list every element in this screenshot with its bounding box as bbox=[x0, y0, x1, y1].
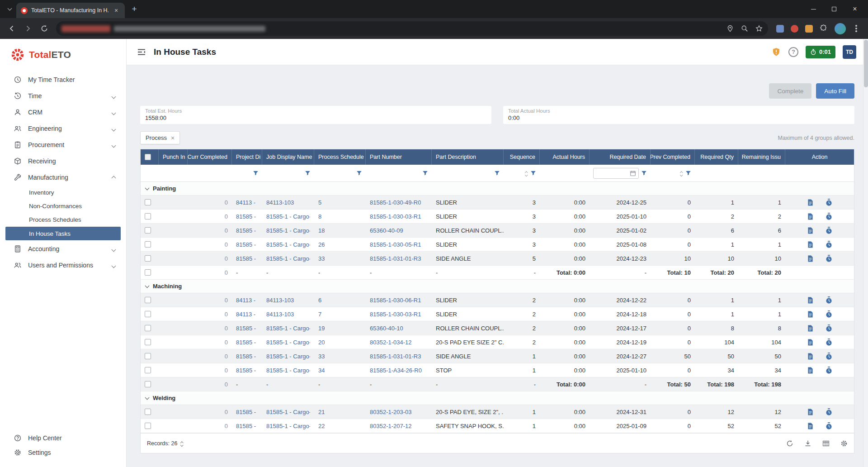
punch-clock-icon[interactable] bbox=[825, 296, 833, 304]
sidebar-item-help-center[interactable]: Help Center bbox=[0, 431, 126, 445]
page-scrollbar[interactable] bbox=[863, 39, 868, 467]
filter-sched-icon[interactable] bbox=[356, 170, 362, 176]
project-link[interactable]: 81585 - bbox=[236, 255, 256, 262]
sched-link[interactable]: 19 bbox=[318, 325, 325, 332]
document-icon[interactable] bbox=[807, 241, 814, 248]
sidebar-collapse-icon[interactable] bbox=[137, 47, 146, 57]
row-checkbox[interactable] bbox=[145, 255, 151, 262]
sched-link[interactable]: 6 bbox=[318, 297, 321, 304]
job-link[interactable]: 84113-103 bbox=[266, 311, 294, 318]
part-link[interactable]: 81585-1-031-01-R3 bbox=[370, 353, 421, 360]
filter-seq-icon[interactable] bbox=[530, 170, 536, 176]
document-icon[interactable] bbox=[807, 227, 814, 234]
filter-part-icon[interactable] bbox=[422, 170, 428, 176]
punch-clock-icon[interactable] bbox=[825, 408, 833, 416]
row-checkbox[interactable] bbox=[145, 367, 151, 373]
document-icon[interactable] bbox=[807, 338, 814, 346]
sched-link[interactable]: 22 bbox=[318, 423, 325, 429]
project-link[interactable]: 84113 - bbox=[236, 297, 255, 304]
prev-filter-stepper[interactable] bbox=[680, 171, 683, 176]
records-stepper[interactable] bbox=[181, 441, 183, 446]
job-link[interactable]: 81585-1 - Cargo- bbox=[266, 353, 310, 360]
download-icon[interactable] bbox=[804, 440, 811, 447]
scrollbar-thumb[interactable] bbox=[864, 40, 868, 87]
row-checkbox[interactable] bbox=[145, 325, 151, 331]
part-link[interactable]: 81585-1-030-05-R1 bbox=[370, 241, 421, 248]
user-avatar[interactable]: TD bbox=[843, 45, 856, 59]
sched-link[interactable]: 18 bbox=[318, 227, 325, 234]
forward-button[interactable] bbox=[21, 21, 35, 36]
punch-clock-icon[interactable] bbox=[825, 241, 833, 248]
sidebar-item-inventory[interactable]: Inventory bbox=[0, 186, 126, 199]
document-icon[interactable] bbox=[807, 199, 814, 206]
project-link[interactable]: 81585 - bbox=[236, 353, 256, 360]
back-button[interactable] bbox=[5, 21, 19, 36]
document-icon[interactable] bbox=[807, 408, 814, 416]
punch-clock-icon[interactable] bbox=[825, 227, 833, 234]
job-link[interactable]: 81585-1 - Cargo- bbox=[266, 409, 310, 415]
document-icon[interactable] bbox=[807, 310, 814, 318]
sidebar-item-manufacturing[interactable]: Manufacturing bbox=[0, 169, 126, 186]
part-link[interactable]: 81585-1-030-49-R0 bbox=[370, 199, 421, 206]
chip-close-icon[interactable]: × bbox=[171, 135, 175, 141]
punch-clock-icon[interactable] bbox=[825, 367, 833, 374]
punch-clock-icon[interactable] bbox=[825, 324, 833, 332]
job-link[interactable]: 81585-1 - Cargo- bbox=[266, 227, 310, 234]
filter-job-icon[interactable] bbox=[305, 170, 311, 176]
part-link[interactable]: 80352-1-203-03 bbox=[370, 409, 412, 415]
group-header-machining[interactable]: Machining bbox=[141, 280, 854, 293]
extensions-puzzle-icon[interactable] bbox=[820, 24, 828, 33]
extension-icon[interactable] bbox=[791, 25, 798, 33]
row-checkbox[interactable] bbox=[145, 311, 151, 317]
row-checkbox[interactable] bbox=[145, 269, 151, 276]
document-icon[interactable] bbox=[807, 213, 814, 220]
minimize-button[interactable] bbox=[803, 0, 824, 18]
project-link[interactable]: 84113 - bbox=[236, 311, 255, 318]
punch-clock-icon[interactable] bbox=[825, 213, 833, 220]
tab-search-button[interactable] bbox=[3, 2, 16, 16]
project-link[interactable]: 81585 - bbox=[236, 339, 256, 346]
project-link[interactable]: 81585 - bbox=[236, 241, 256, 248]
project-link[interactable]: 81585 - bbox=[236, 213, 256, 220]
group-header-painting[interactable]: Painting bbox=[141, 182, 854, 195]
total-est-hours-field[interactable]: Total Est. Hours 1558:00 bbox=[140, 106, 491, 124]
sched-link[interactable]: 5 bbox=[318, 199, 321, 206]
sidebar-item-time[interactable]: Time bbox=[0, 88, 126, 104]
row-checkbox[interactable] bbox=[145, 227, 151, 234]
project-link[interactable]: 81585 - bbox=[236, 409, 256, 415]
sidebar-item-process-schedules[interactable]: Process Schedules bbox=[0, 213, 126, 226]
project-link[interactable]: 81585 - bbox=[236, 367, 256, 374]
punch-clock-icon[interactable] bbox=[825, 199, 833, 206]
sched-link[interactable]: 20 bbox=[318, 339, 325, 346]
help-icon[interactable]: ? bbox=[788, 47, 798, 57]
location-pin-icon[interactable] bbox=[726, 25, 734, 32]
sidebar-item-procurement[interactable]: Procurement bbox=[0, 137, 126, 153]
sched-link[interactable]: 34 bbox=[318, 367, 325, 374]
maximize-button[interactable] bbox=[824, 0, 844, 18]
row-checkbox[interactable] bbox=[145, 339, 151, 345]
part-link[interactable]: 81585-1-031-01-R3 bbox=[370, 255, 421, 262]
job-link[interactable]: 81585-1 - Cargo- bbox=[266, 423, 310, 429]
job-link[interactable]: 84113-103 bbox=[266, 297, 294, 304]
row-checkbox[interactable] bbox=[145, 423, 151, 429]
browser-profile-avatar[interactable] bbox=[835, 23, 846, 34]
security-shield-icon[interactable] bbox=[771, 47, 781, 57]
new-tab-button[interactable]: + bbox=[127, 2, 141, 16]
seq-filter-stepper[interactable] bbox=[525, 171, 528, 176]
group-header-welding[interactable]: Welding bbox=[141, 391, 854, 405]
sched-link[interactable]: 8 bbox=[318, 213, 321, 220]
project-link[interactable]: 81585 - bbox=[236, 325, 256, 332]
job-link[interactable]: 81585-1 - Cargo- bbox=[266, 339, 310, 346]
punch-clock-icon[interactable] bbox=[825, 353, 833, 360]
sched-link[interactable]: 33 bbox=[318, 255, 325, 262]
part-link[interactable]: 80352-1-207-12 bbox=[370, 423, 412, 429]
sidebar-item-engineering[interactable]: Engineering bbox=[0, 120, 126, 137]
sidebar-item-users-and-permissions[interactable]: Users and Permissions bbox=[0, 257, 126, 273]
auto-fill-button[interactable]: Auto Fill bbox=[816, 83, 854, 99]
filter-date-icon[interactable] bbox=[641, 170, 647, 176]
job-link[interactable]: 81585-1 - Cargo- bbox=[266, 241, 310, 248]
row-checkbox[interactable] bbox=[145, 241, 151, 248]
complete-button[interactable]: Complete bbox=[769, 83, 811, 99]
punch-clock-icon[interactable] bbox=[825, 310, 833, 318]
column-chooser-icon[interactable] bbox=[822, 440, 830, 447]
